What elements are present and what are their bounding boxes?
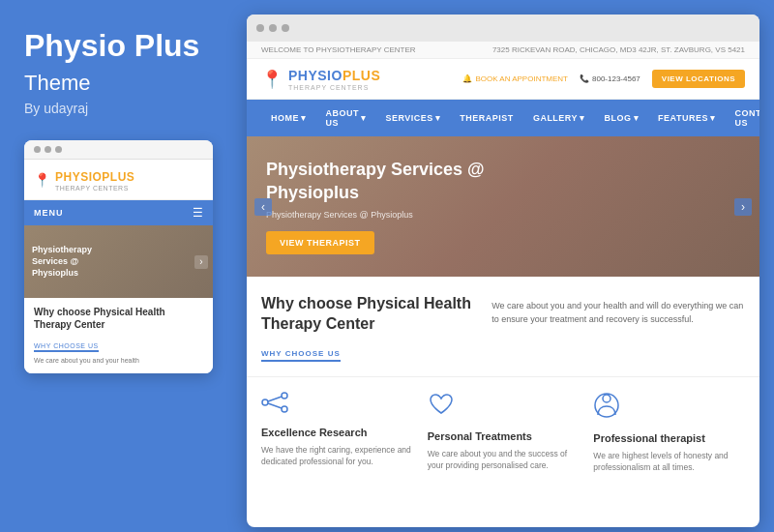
left-panel: Physio Plus Theme By udayraj 📍 PHYSIOPLU… — [0, 0, 237, 532]
phone-number: 800-123-4567 — [592, 74, 640, 83]
site-header-top: WELCOME TO PHYSIOTHERAPY CENTER 7325 RIC… — [247, 42, 759, 59]
mobile-dot-2 — [45, 146, 51, 153]
appointment-link[interactable]: 🔔 BOOK AN APPOINTMENT — [462, 74, 568, 83]
nav-gallery[interactable]: GALLERY ▾ — [523, 104, 595, 132]
browser-dot-3 — [282, 24, 289, 32]
address-text: 7325 RICKEVAN ROAD, CHICAGO, MD3 42JR, S… — [492, 45, 745, 54]
heart-icon — [428, 392, 580, 423]
browser-dot-1 — [256, 24, 264, 32]
share-icon — [261, 392, 413, 419]
site-header-main: 📍 PHYSIOPLUS THERAPY CENTERS 🔔 BOOK AN A… — [247, 59, 759, 100]
mobile-logo-sub: THERAPY CENTERS — [55, 185, 134, 192]
nav-blog[interactable]: BLOG ▾ — [595, 104, 649, 132]
mobile-logo-area: 📍 PHYSIOPLUS THERAPY CENTERS — [24, 160, 213, 200]
feature-personal: Personal Treatments We care about you an… — [428, 392, 580, 475]
svg-line-3 — [268, 397, 282, 401]
mobile-hero-next-arrow[interactable]: › — [194, 255, 208, 269]
person-icon — [593, 392, 745, 425]
svg-point-5 — [603, 395, 610, 402]
nav-features[interactable]: FEATURES ▾ — [648, 104, 725, 132]
nav-blog-arrow: ▾ — [634, 113, 640, 123]
nav-home-arrow: ▾ — [301, 113, 307, 123]
mobile-why-text: We care about you and your health — [34, 356, 203, 366]
site-header-actions: 🔔 BOOK AN APPOINTMENT 📞 800-123-4567 VIE… — [462, 70, 745, 88]
mobile-logo-text: PHYSIOPLUS — [55, 170, 134, 184]
nav-features-arrow: ▾ — [710, 113, 716, 123]
site-why-section: Why choose Physical Health Therapy Cente… — [247, 277, 759, 377]
logo-physio: PHYSIO — [288, 68, 342, 83]
mobile-hero: Physiotherapy Services @ Physioplus › — [24, 225, 213, 298]
site-logo: PHYSIOPLUS THERAPY CENTERS — [288, 67, 380, 91]
excellence-title: Excellence Research — [261, 427, 413, 438]
svg-line-4 — [268, 403, 282, 408]
mobile-mockup: 📍 PHYSIOPLUS THERAPY CENTERS MENU ☰ Phys… — [24, 140, 213, 373]
feature-professional: Professional therapist We are highest le… — [593, 392, 745, 475]
svg-point-0 — [262, 399, 268, 405]
site-nav: HOME ▾ ABOUT US ▾ SERVICES ▾ THERAPIST G… — [247, 100, 759, 136]
view-locations-button[interactable]: VIEW LOCATIONS — [652, 70, 745, 88]
site-why-right: We care about you and your health and wi… — [491, 294, 745, 362]
phone-icon: 📞 — [580, 74, 589, 83]
personal-text: We care about you and the success of you… — [428, 448, 580, 473]
why-choose-title: Why choose Physical Health Therapy Cente… — [261, 294, 472, 335]
professional-text: We are highest levels of honesty and pro… — [593, 450, 745, 475]
svg-point-2 — [282, 406, 287, 412]
mobile-logo: PHYSIOPLUS THERAPY CENTERS — [55, 167, 134, 192]
mobile-why-title: Why choose Physical Health Therapy Cente… — [34, 306, 203, 331]
site-logo-name: PHYSIOPLUS — [288, 68, 380, 83]
excellence-text: We have the right caring, experience and… — [261, 444, 413, 469]
svg-point-6 — [595, 394, 618, 417]
browser-dot-2 — [269, 24, 277, 32]
hero-title: Physiotherapy Services @ Physioplus — [266, 159, 510, 204]
appointment-label: BOOK AN APPOINTMENT — [475, 74, 568, 83]
nav-about[interactable]: ABOUT US ▾ — [316, 100, 376, 136]
mobile-dot-3 — [55, 146, 62, 153]
appointment-icon: 🔔 — [462, 74, 472, 83]
mobile-hero-text: Physiotherapy Services @ Physioplus — [24, 245, 100, 279]
why-choose-label: WHY CHOOSE US — [261, 349, 341, 362]
browser-mockup: WELCOME TO PHYSIOTHERAPY CENTER 7325 RIC… — [247, 15, 759, 527]
mobile-dot-1 — [34, 146, 41, 153]
professional-title: Professional therapist — [593, 432, 745, 444]
mobile-why-label: WHY CHOOSE US — [34, 342, 99, 352]
mobile-menu-label: MENU — [34, 208, 64, 218]
site-features: Excellence Research We have the right ca… — [247, 377, 759, 485]
phone-link[interactable]: 📞 800-123-4567 — [580, 74, 640, 83]
nav-contact[interactable]: CONTACT US — [725, 100, 759, 136]
theme-subtitle: Theme — [24, 71, 213, 96]
view-therapist-button[interactable]: VIEW THERAPIST — [266, 231, 374, 254]
nav-therapist[interactable]: THERAPIST — [450, 104, 523, 132]
svg-point-1 — [282, 393, 287, 399]
welcome-text: WELCOME TO PHYSIOTHERAPY CENTER — [261, 45, 416, 54]
mobile-pin-icon: 📍 — [34, 172, 50, 188]
theme-author: By udayraj — [24, 101, 213, 116]
nav-about-arrow: ▾ — [361, 113, 367, 123]
logo-plus: PLUS — [342, 68, 380, 83]
mobile-nav: MENU ☰ — [24, 200, 213, 225]
site-why-left: Why choose Physical Health Therapy Cente… — [261, 294, 472, 362]
feature-excellence: Excellence Research We have the right ca… — [261, 392, 413, 475]
site-hero: ‹ Physiotherapy Services @ Physioplus Ph… — [247, 136, 759, 277]
theme-title: Physio Plus — [24, 29, 213, 63]
site-pin-icon: 📍 — [261, 69, 283, 90]
site-hero-content: Physiotherapy Services @ Physioplus Phys… — [247, 159, 529, 254]
site-logo-area: 📍 PHYSIOPLUS THERAPY CENTERS — [261, 67, 380, 91]
hero-subtitle: Physiotherapy Services @ Physioplus — [266, 210, 510, 220]
hero-next-arrow[interactable]: › — [734, 198, 752, 216]
browser-topbar — [247, 15, 759, 42]
nav-services[interactable]: SERVICES ▾ — [376, 104, 451, 132]
site-logo-sub: THERAPY CENTERS — [288, 84, 380, 91]
hero-prev-arrow[interactable]: ‹ — [254, 198, 272, 216]
nav-gallery-arrow: ▾ — [580, 113, 585, 123]
mobile-content: Why choose Physical Health Therapy Cente… — [24, 298, 213, 373]
nav-services-arrow: ▾ — [435, 113, 441, 123]
hamburger-icon[interactable]: ☰ — [193, 206, 203, 220]
mobile-topbar — [24, 140, 213, 160]
nav-home[interactable]: HOME ▾ — [261, 104, 316, 132]
personal-title: Personal Treatments — [428, 430, 580, 442]
